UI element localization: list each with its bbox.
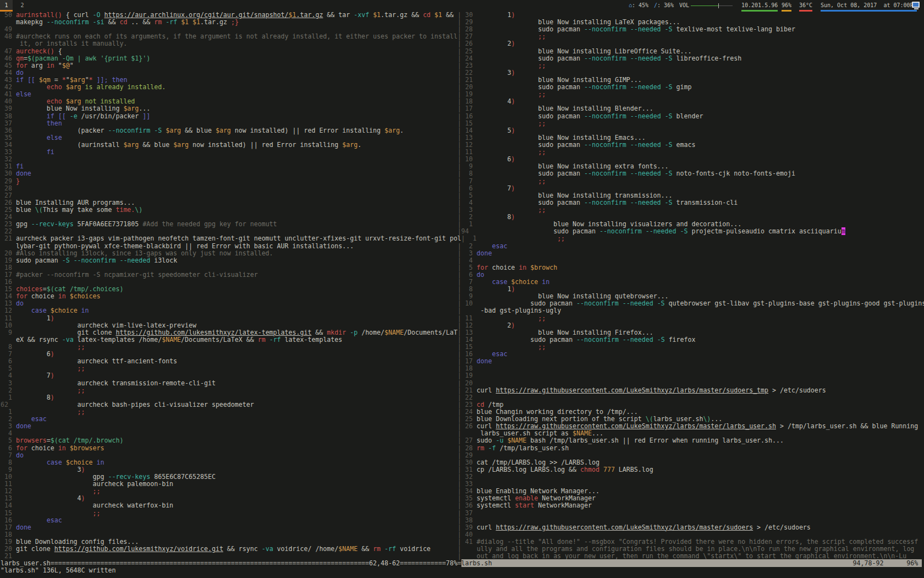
disk-root-icon: / [654, 2, 657, 8]
status-temperature: 36°C [799, 0, 812, 12]
workspace-tag-2[interactable]: 2 [16, 0, 29, 12]
top-bar: 12 ⌂: 45%/: 36%VOL10.201.5.9696%36°CSun,… [0, 0, 924, 12]
status-clock: Sun, Oct 08, 2017 at 07:00PM [821, 0, 917, 12]
volume-slider[interactable] [691, 6, 733, 6]
disk-home-icon: ⌂ [629, 2, 632, 8]
statusline: larbs_user.sh===========================… [1, 560, 924, 567]
status-disk-root: /: 36% [654, 0, 674, 12]
command-line: "larbs.sh" 136L, 5648C written [1, 567, 924, 574]
workspace-tag-1[interactable]: 1 [0, 0, 13, 12]
status-ip-address: 10.201.5.96 [741, 0, 778, 12]
systray-monitor-icon[interactable] [912, 2, 921, 10]
cursor: m [842, 227, 845, 235]
status-disk-home: ⌂: 45% [629, 0, 648, 12]
status-volume-label: VOL [679, 0, 689, 12]
statusline-active: larbs.sh 94,78-92 96% [461, 559, 922, 567]
monitor-icon [912, 2, 920, 8]
volume-slider-knob[interactable] [718, 3, 719, 8]
status-battery: 96% [782, 0, 791, 12]
workspace-tags: 12 [0, 0, 29, 12]
statusline-inactive: larbs_user.sh===========================… [1, 559, 461, 567]
vim-terminal[interactable]: 50 aurinstall() { curl -O https://aur.ar… [1, 12, 924, 575]
